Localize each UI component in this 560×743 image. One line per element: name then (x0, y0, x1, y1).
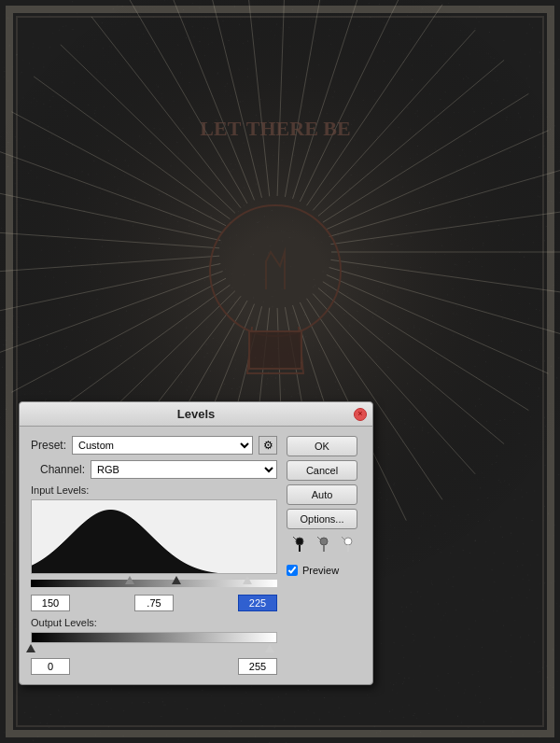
midtone-input[interactable] (134, 595, 174, 611)
input-slider-track (31, 576, 277, 591)
preset-row: Preset: Custom ⚙ (31, 436, 277, 455)
eyedropper-row (287, 535, 361, 555)
white-slider[interactable] (243, 576, 252, 584)
dialog-titlebar: Levels × (20, 402, 372, 427)
input-values-row (31, 595, 277, 611)
channel-select[interactable]: RGB (91, 460, 277, 479)
ok-button[interactable]: OK (287, 436, 357, 456)
channel-label: Channel: (40, 463, 85, 476)
svg-point-0 (296, 538, 303, 545)
preview-checkbox[interactable] (287, 565, 298, 576)
svg-point-3 (320, 538, 328, 545)
dialog-body: Preset: Custom ⚙ Channel: RGB Input Leve… (20, 427, 372, 684)
input-levels-label: Input Levels: (31, 484, 277, 496)
levels-dialog: Levels × Preset: Custom ⚙ Channel: RGB I… (19, 401, 373, 685)
svg-line-8 (342, 537, 344, 540)
output-white-slider[interactable] (265, 644, 274, 652)
slider-arrows (31, 576, 277, 591)
preview-label: Preview (302, 565, 339, 576)
svg-line-2 (293, 537, 296, 540)
preset-select[interactable]: Custom (72, 436, 253, 455)
options-button[interactable]: Options... (287, 509, 357, 529)
output-gradient-bar (31, 632, 277, 643)
channel-row: Channel: RGB (40, 460, 277, 479)
auto-button[interactable]: Auto (287, 484, 357, 505)
output-white-input[interactable] (238, 658, 277, 675)
cancel-button[interactable]: Cancel (287, 460, 357, 481)
svg-line-5 (317, 537, 320, 540)
dialog-right-panel: OK Cancel Auto Options... (287, 436, 361, 675)
histogram (31, 499, 277, 574)
white-eyedropper-button[interactable] (338, 535, 358, 555)
dialog-title: Levels (177, 407, 215, 421)
gray-eyedropper-button[interactable] (314, 535, 334, 555)
output-black-slider[interactable] (26, 644, 35, 652)
output-values-row (31, 658, 277, 675)
preview-row: Preview (287, 565, 361, 576)
preset-label: Preset: (31, 439, 66, 452)
svg-rect-4 (323, 545, 325, 552)
close-button[interactable]: × (354, 408, 367, 421)
dialog-left-panel: Preset: Custom ⚙ Channel: RGB Input Leve… (31, 436, 277, 675)
black-eyedropper-button[interactable] (289, 535, 310, 555)
svg-point-6 (344, 538, 352, 545)
output-slider-track (31, 644, 277, 655)
midtone-slider[interactable] (125, 576, 134, 584)
svg-rect-1 (299, 545, 301, 552)
gear-button[interactable]: ⚙ (259, 436, 277, 455)
svg-rect-7 (347, 545, 349, 552)
output-black-input[interactable] (31, 658, 70, 675)
white-input[interactable] (238, 595, 277, 611)
output-levels-label: Output Levels: (31, 617, 277, 628)
black-input[interactable] (31, 595, 70, 611)
black-slider[interactable] (172, 576, 181, 584)
